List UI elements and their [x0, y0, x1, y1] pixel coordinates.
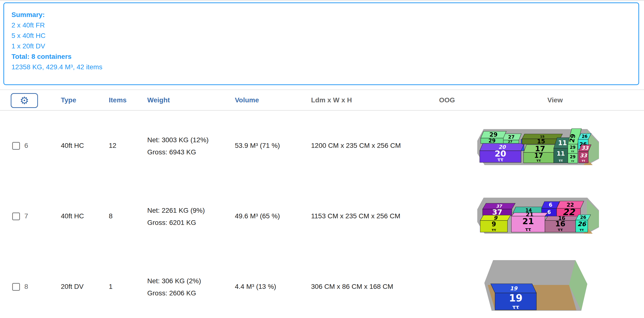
svg-text:27: 27: [508, 140, 512, 143]
container-type: 40ft HC: [61, 142, 84, 150]
table-row: 8 20ft DV 1 Net: 306 KG (2%) Gross: 2606…: [0, 252, 644, 318]
svg-text:ττ: ττ: [525, 227, 531, 232]
row-checkbox[interactable]: [12, 213, 20, 220]
container-type: 20ft DV: [61, 283, 84, 291]
svg-text:15: 15: [537, 138, 545, 145]
svg-text:15: 15: [540, 135, 544, 138]
svg-text:ττ: ττ: [571, 160, 574, 162]
svg-text:26: 26: [582, 134, 588, 139]
column-header-view: View: [548, 96, 563, 104]
svg-text:26: 26: [578, 221, 586, 228]
weight-gross: Gross: 6201 KG: [147, 217, 205, 229]
svg-text:29: 29: [570, 154, 576, 159]
svg-text:ττ: ττ: [582, 159, 585, 162]
summary-total: Total: 8 containers: [12, 51, 638, 62]
container-weight: Net: 2261 KG (9%) Gross: 6201 KG: [147, 204, 205, 229]
svg-text:9: 9: [494, 215, 498, 221]
weight-gross: Gross: 6943 KG: [147, 146, 208, 158]
svg-text:6: 6: [549, 202, 552, 208]
row-checkbox[interactable]: [12, 142, 20, 150]
svg-text:ττ: ττ: [498, 157, 503, 162]
weight-net: Net: 306 KG (2%): [147, 275, 201, 287]
svg-text:16: 16: [555, 220, 566, 228]
weight-gross: Gross: 2606 KG: [147, 287, 201, 299]
container-items: 8: [109, 212, 113, 220]
summary-line: 2 x 40ft FR: [12, 20, 638, 30]
container-loading-results-page: Summary: 2 x 40ft FR 5 x 40ft HC 1 x 20f…: [0, 0, 644, 318]
table-header: ⚙ Type Items Weight Volume Ldm x W x H O…: [0, 89, 644, 111]
summary-stats: 12358 KG, 429.4 M³, 42 items: [12, 62, 638, 72]
svg-text:ττ: ττ: [492, 228, 496, 232]
container-dimensions: 1153 CM x 235 CM x 256 CM: [311, 212, 400, 220]
svg-text:29: 29: [488, 138, 496, 144]
gear-icon: ⚙: [20, 95, 29, 106]
svg-text:ττ: ττ: [558, 227, 563, 232]
container-number: 6: [24, 142, 28, 150]
svg-text:ττ: ττ: [512, 304, 519, 310]
svg-text:29: 29: [568, 133, 577, 143]
weight-net: Net: 2261 KG (9%): [147, 204, 205, 217]
svg-text:17: 17: [535, 144, 545, 153]
table-settings-button[interactable]: ⚙: [11, 93, 38, 108]
table-row: 7 40ft HC 8 Net: 2261 KG (9%) Gross: 620…: [0, 181, 644, 252]
summary-title: Summary:: [12, 9, 638, 20]
svg-text:22: 22: [566, 202, 574, 208]
container-3d-view[interactable]: 1919ττ: [484, 260, 587, 313]
svg-text:ττ: ττ: [559, 159, 563, 162]
container-number: 8: [24, 283, 28, 291]
row-checkbox[interactable]: [12, 283, 20, 291]
summary-line: 1 x 20ft DV: [12, 41, 638, 51]
container-weight: Net: 306 KG (2%) Gross: 2606 KG: [147, 275, 201, 299]
column-header-ldm: Ldm x W x H: [311, 96, 352, 104]
container-dimensions: 1200 CM x 235 CM x 256 CM: [311, 142, 401, 150]
column-header-type[interactable]: Type: [61, 96, 76, 104]
svg-text:17: 17: [534, 152, 543, 159]
container-volume: 53.9 M³ (71 %): [235, 142, 280, 150]
svg-text:ττ: ττ: [536, 159, 541, 162]
svg-text:ττ: ττ: [571, 150, 574, 153]
svg-text:29: 29: [490, 131, 498, 138]
weight-net: Net: 3003 KG (12%): [147, 134, 208, 146]
svg-text:9: 9: [492, 221, 496, 228]
container-dimensions: 306 CM x 86 CM x 168 CM: [311, 283, 393, 291]
container-type: 40ft HC: [61, 212, 84, 220]
svg-text:26: 26: [580, 215, 586, 220]
top-divider: [0, 0, 644, 1]
svg-text:6: 6: [548, 209, 551, 215]
column-header-weight[interactable]: Weight: [147, 96, 170, 104]
container-3d-view[interactable]: 272729292020ττ15151717ττ1111ττ2929ττ29ττ…: [477, 125, 601, 166]
svg-text:33: 33: [580, 153, 587, 159]
container-volume: 49.6 M³ (65 %): [235, 212, 280, 220]
column-header-oog: OOG: [439, 96, 455, 104]
container-items: 1: [109, 283, 113, 291]
svg-text:19: 19: [510, 286, 518, 292]
svg-text:11: 11: [558, 139, 567, 147]
svg-text:29: 29: [570, 145, 576, 150]
column-header-volume[interactable]: Volume: [235, 96, 259, 104]
table-row: 6 40ft HC 12 Net: 3003 KG (12%) Gross: 6…: [0, 111, 644, 181]
column-header-items[interactable]: Items: [109, 96, 126, 104]
summary-panel: Summary: 2 x 40ft FR 5 x 40ft HC 1 x 20f…: [4, 2, 639, 85]
container-volume: 4.4 M³ (13 %): [235, 283, 276, 291]
svg-text:19: 19: [509, 293, 522, 304]
svg-text:ττ: ττ: [580, 228, 584, 232]
svg-text:27: 27: [508, 134, 514, 140]
summary-line: 5 x 40ft HC: [12, 30, 638, 41]
container-number: 7: [24, 212, 28, 220]
svg-text:33: 33: [581, 145, 589, 151]
svg-text:11: 11: [556, 150, 565, 157]
svg-text:21: 21: [522, 216, 534, 226]
container-items: 12: [109, 142, 116, 150]
container-3d-view[interactable]: 37371466222299ττ2121ττ1616ττ2626ττ: [477, 193, 601, 235]
container-weight: Net: 3003 KG (12%) Gross: 6943 KG: [147, 134, 208, 158]
